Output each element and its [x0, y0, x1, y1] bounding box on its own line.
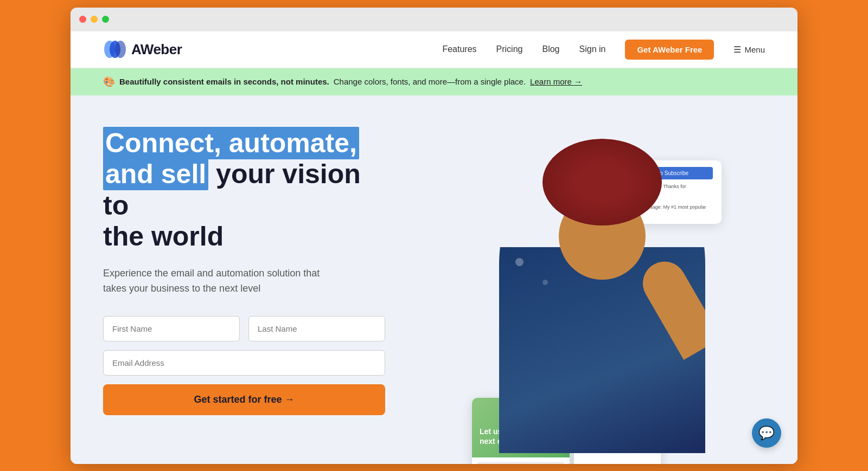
email-card-footer — [472, 457, 570, 464]
hero-subtitle: Experience the email and automation solu… — [103, 266, 342, 297]
email-input[interactable] — [103, 350, 385, 376]
nav-blog[interactable]: Blog — [542, 44, 559, 54]
logo-text: AWeber — [131, 41, 182, 58]
browser-window: AWeber Features Pricing Blog Sign in Get… — [71, 8, 797, 464]
hero-title-line4: the world — [103, 221, 224, 251]
browser-chrome — [71, 8, 797, 31]
person-hair — [542, 139, 662, 225]
announcement-banner: 🎨 Beautifully consistent emails in secon… — [71, 68, 797, 95]
nav-menu[interactable]: ☰ Menu — [733, 44, 765, 55]
nav-signin[interactable]: Sign in — [579, 44, 606, 54]
banner-normal-text: Change colors, fonts, and more—from a si… — [334, 77, 526, 86]
hero-title: Connect, automate, and sell your vision … — [103, 128, 385, 253]
hero-title-highlight2: and sell — [103, 158, 208, 190]
traffic-light-red[interactable] — [79, 16, 86, 23]
hero-person-area: Sign to Subscribe ● Send Message: Thanks… — [472, 128, 722, 464]
nav-pricing[interactable]: Pricing — [496, 44, 523, 54]
first-name-input[interactable] — [103, 316, 240, 341]
get-aweber-free-button[interactable]: Get AWeber Free — [625, 40, 714, 60]
aweber-logo-icon — [103, 40, 127, 59]
navbar: AWeber Features Pricing Blog Sign in Get… — [71, 31, 797, 68]
name-fields-row — [103, 316, 385, 341]
hero-illustration: Sign to Subscribe ● Send Message: Thanks… — [385, 128, 765, 431]
get-started-button[interactable]: Get started for free → — [103, 384, 385, 415]
traffic-light-green[interactable] — [102, 16, 109, 23]
logo-area[interactable]: AWeber — [103, 40, 182, 59]
banner-icon: 🎨 — [103, 76, 115, 88]
svg-point-2 — [115, 41, 126, 58]
hero-section: Connect, automate, and sell your vision … — [71, 95, 797, 464]
traffic-light-yellow[interactable] — [91, 16, 98, 23]
hero-title-highlight1: Connect, automate, — [103, 127, 359, 159]
last-name-input[interactable] — [248, 316, 385, 341]
signup-form: Get started for free → — [103, 316, 385, 415]
hero-left: Connect, automate, and sell your vision … — [103, 128, 385, 431]
nav-features[interactable]: Features — [442, 44, 476, 54]
nav-links: Features Pricing Blog Sign in Get AWeber… — [442, 40, 765, 60]
banner-bold-text: Beautifully consistent emails in seconds… — [119, 77, 329, 86]
chat-button[interactable]: 💬 — [752, 418, 781, 448]
menu-label: Menu — [744, 45, 765, 54]
banner-learn-more-link[interactable]: Learn more → — [530, 77, 582, 86]
chat-icon: 💬 — [758, 425, 775, 441]
hamburger-icon: ☰ — [733, 44, 741, 55]
